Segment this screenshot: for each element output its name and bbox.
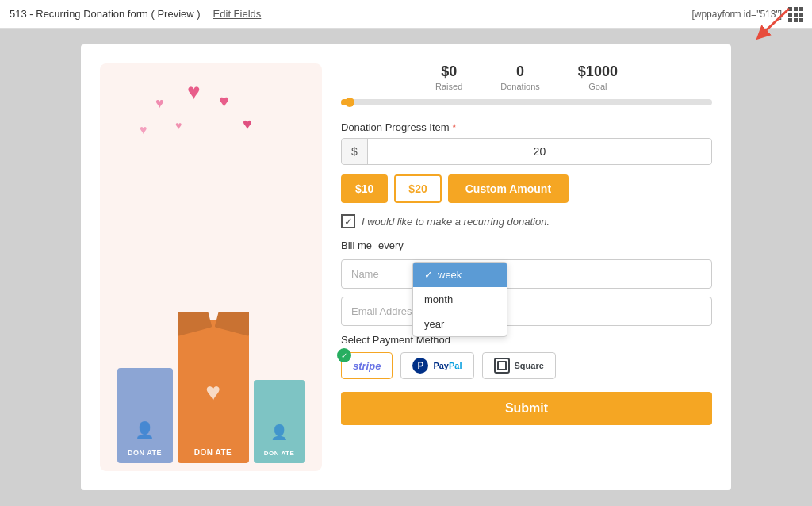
paypal-icon: P	[412, 358, 428, 374]
shortcode-display: [wppayform id="513"]	[691, 9, 782, 20]
stripe-check-icon: ✓	[341, 351, 347, 360]
year-option-label: year	[424, 318, 444, 330]
raised-label: Raised	[435, 82, 462, 91]
email-input[interactable]	[341, 297, 712, 326]
hearts-decoration: ♥ ♥ ♥ ♥ ♥ ♥	[132, 79, 290, 174]
box-center: ♥ DON ATE	[178, 320, 249, 463]
custom-amount-button[interactable]: Custom Amount	[448, 174, 569, 203]
every-text: every	[378, 240, 404, 251]
month-option-label: month	[424, 293, 453, 305]
payment-method-label: Select Payment Method	[341, 334, 712, 346]
amount-10-button[interactable]: $10	[341, 174, 388, 203]
square-icon	[494, 358, 510, 374]
progress-stats: $0 Raised 0 Donations $1000 Goal	[341, 63, 712, 91]
raised-value: $0	[435, 63, 462, 80]
dropdown-option-month[interactable]: month	[413, 287, 507, 312]
recurring-checkbox-row: ✓ I would like to make a recurring donat…	[341, 214, 712, 228]
square-logo: Square	[515, 361, 544, 370]
stat-raised: $0 Raised	[435, 63, 462, 91]
required-mark: *	[452, 121, 456, 133]
form-card: ♥ ♥ ♥ ♥ ♥ ♥ 👤 DON ATE	[81, 44, 731, 490]
stat-donations: 0 Donations	[500, 63, 540, 91]
heart-6: ♥	[175, 119, 182, 132]
checkmark-icon: ✓	[424, 269, 433, 281]
goal-label: Goal	[578, 82, 618, 91]
box-right: 👤 DON ATE	[254, 380, 305, 463]
frequency-dropdown[interactable]: ✓ week month year	[412, 262, 508, 337]
donation-progress-label: Donation Progress Item *	[341, 121, 712, 133]
donate-boxes: 👤 DON ATE ♥ DON ATE 👤 DON ATE	[117, 320, 305, 463]
week-option-label: week	[438, 269, 462, 281]
amount-buttons: $10 $20 Custom Amount	[341, 174, 712, 203]
top-bar-right: [wppayform id="513"]	[691, 7, 802, 21]
illustration-panel: ♥ ♥ ♥ ♥ ♥ ♥ 👤 DON ATE	[100, 63, 322, 471]
box-center-label: DON ATE	[194, 448, 232, 457]
page-title: 513 - Recurring Donation form ( Preview …	[10, 8, 201, 20]
amount-20-button[interactable]: $20	[394, 174, 441, 203]
box-left: 👤 DON ATE	[117, 368, 173, 463]
name-input[interactable]	[341, 259, 712, 289]
amount-input-wrap: $	[341, 138, 712, 165]
goal-value: $1000	[578, 63, 618, 80]
recurring-label: I would like to make a recurring donatio…	[362, 216, 550, 228]
paypal-logo: PayPal	[433, 361, 462, 370]
bill-me-text: Bill me	[341, 240, 372, 251]
progress-bar	[341, 99, 712, 105]
stat-goal: $1000 Goal	[578, 63, 618, 91]
dollar-prefix: $	[342, 139, 368, 164]
heart-4: ♥	[140, 123, 147, 137]
heart-5: ♥	[243, 115, 252, 133]
heart-2: ♥	[155, 95, 164, 112]
amount-input[interactable]	[368, 139, 711, 164]
box-left-label: DON ATE	[128, 449, 162, 457]
dropdown-option-year[interactable]: year	[413, 312, 507, 336]
progress-thumb	[345, 98, 354, 107]
payment-options: ✓ stripe P PayPal Square	[341, 352, 712, 379]
stripe-option[interactable]: ✓ stripe	[341, 352, 393, 379]
stripe-logo: stripe	[353, 360, 381, 372]
grid-icon[interactable]	[788, 7, 802, 21]
edit-fields-link[interactable]: Edit Fields	[213, 8, 262, 20]
recurring-checkbox[interactable]: ✓	[341, 214, 355, 228]
top-bar: 513 - Recurring Donation form ( Preview …	[0, 0, 812, 29]
bill-me-row: Bill me every ✓ week month year	[341, 240, 712, 251]
submit-button[interactable]: Submit	[341, 392, 712, 425]
stripe-selected-badge: ✓	[337, 348, 351, 362]
form-side: $0 Raised 0 Donations $1000 Goal Do	[341, 63, 712, 471]
checkbox-checkmark: ✓	[344, 217, 353, 227]
heart-1: ♥	[187, 79, 201, 105]
dropdown-option-week[interactable]: ✓ week	[413, 263, 507, 287]
donations-label: Donations	[500, 82, 540, 91]
top-bar-left: 513 - Recurring Donation form ( Preview …	[10, 8, 261, 20]
square-option[interactable]: Square	[482, 352, 556, 379]
paypal-option[interactable]: P PayPal	[400, 352, 473, 379]
heart-3: ♥	[219, 91, 229, 112]
main-area: ♥ ♥ ♥ ♥ ♥ ♥ 👤 DON ATE	[0, 29, 812, 506]
donations-value: 0	[500, 63, 540, 80]
box-right-label: DON ATE	[264, 450, 295, 457]
